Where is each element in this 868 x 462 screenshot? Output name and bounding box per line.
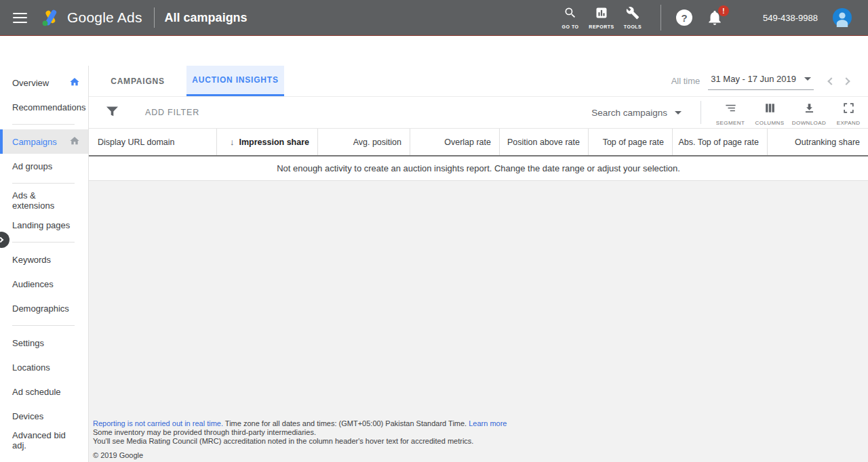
segment-button[interactable]: SEGMENT xyxy=(711,100,750,126)
segment-icon xyxy=(724,102,737,117)
sidebar-item-label: Ads & extensions xyxy=(12,190,80,211)
sidebar-item-ads-extensions[interactable]: Ads & extensions xyxy=(0,188,88,213)
reports-label: REPORTS xyxy=(589,24,614,29)
add-filter-button[interactable]: ADD FILTER xyxy=(145,108,199,117)
column-header-position-above-rate[interactable]: Position above rate xyxy=(499,129,588,155)
learn-more-link[interactable]: Learn more xyxy=(469,419,507,427)
sidebar-divider xyxy=(12,325,75,326)
sidebar-item-landing-pages[interactable]: Landing pages xyxy=(0,213,88,237)
column-label: Overlap rate xyxy=(444,138,491,147)
goto-label: GO TO xyxy=(562,24,579,29)
sidebar-item-label: Ad schedule xyxy=(12,387,61,397)
empty-state-message: Not enough activity to create an auction… xyxy=(89,156,868,181)
sidebar-item-overview[interactable]: Overview xyxy=(0,70,88,95)
goto-search-button[interactable]: GO TO xyxy=(555,6,586,29)
chevron-right-icon xyxy=(0,237,3,243)
bell-icon xyxy=(706,17,724,28)
sidebar-item-label: Demographics xyxy=(12,303,69,314)
columns-icon xyxy=(764,102,776,117)
navigation-sidebar: Overview Recommendations Campaigns Ad gr… xyxy=(0,66,89,462)
reporting-delay-link[interactable]: Reporting is not carried out in real tim… xyxy=(93,419,223,427)
sidebar-item-ad-schedule[interactable]: Ad schedule xyxy=(0,379,88,404)
notifications-button[interactable]: ! xyxy=(706,9,724,26)
expand-icon xyxy=(842,102,855,117)
search-icon xyxy=(564,6,577,22)
previous-period-button[interactable] xyxy=(827,77,835,85)
sidebar-item-ad-groups[interactable]: Ad groups xyxy=(0,154,88,178)
top-app-bar: Google Ads All campaigns GO TO REPORTS T… xyxy=(0,0,868,35)
menu-icon[interactable] xyxy=(13,13,27,23)
sidebar-divider xyxy=(12,124,75,125)
column-label: Top of page rate xyxy=(603,138,664,147)
tab-campaigns[interactable]: CAMPAIGNS xyxy=(89,66,186,96)
sidebar-item-label: Campaigns xyxy=(12,137,57,147)
sidebar-item-settings[interactable]: Settings xyxy=(0,331,88,355)
help-button[interactable]: ? xyxy=(676,9,692,26)
search-campaigns-dropdown[interactable]: Search campaigns xyxy=(591,108,682,118)
tab-bar: CAMPAIGNS AUCTION INSIGHTS All time 31 M… xyxy=(89,66,868,97)
sidebar-item-label: Locations xyxy=(12,362,50,373)
column-header-outranking-share[interactable]: Outranking share xyxy=(767,129,868,155)
sidebar-item-label: Settings xyxy=(12,338,44,348)
column-label: Outranking share xyxy=(795,138,860,147)
notification-badge: ! xyxy=(718,5,729,16)
page-title: All campaigns xyxy=(165,11,248,25)
footer-line-1: Reporting is not carried out in real tim… xyxy=(93,419,507,428)
sidebar-item-label: Ad groups xyxy=(12,161,52,171)
footer-line-3: You'll see Media Rating Council (MRC) ac… xyxy=(93,437,507,446)
tab-auction-insights[interactable]: AUCTION INSIGHTS xyxy=(186,66,284,96)
sidebar-item-demographics[interactable]: Demographics xyxy=(0,296,88,320)
column-header-display-url-domain[interactable]: Display URL domain xyxy=(89,129,216,155)
topbar-divider xyxy=(154,7,155,28)
account-phone-number: 549-438-9988 xyxy=(763,13,818,23)
subheader-spacer xyxy=(0,36,868,66)
expand-button[interactable]: EXPAND xyxy=(829,100,868,126)
download-button[interactable]: DOWNLOAD xyxy=(789,100,829,126)
sidebar-item-audiences[interactable]: Audiences xyxy=(0,272,88,296)
column-header-avg-position[interactable]: Avg. position xyxy=(317,129,410,155)
sort-descending-icon: ↓ xyxy=(230,137,235,147)
date-range-select[interactable]: 31 May - 17 Jun 2019 xyxy=(708,72,814,90)
filter-bar: ADD FILTER Search campaigns SEGMENT xyxy=(89,97,868,129)
expand-label: EXPAND xyxy=(837,120,861,126)
main-panel: CAMPAIGNS AUCTION INSIGHTS All time 31 M… xyxy=(89,66,868,462)
date-range-preset: All time xyxy=(671,76,701,86)
google-ads-logo-icon[interactable] xyxy=(41,7,61,28)
filter-funnel-icon[interactable] xyxy=(106,106,118,119)
toolbar-divider xyxy=(701,101,701,124)
download-icon xyxy=(803,102,816,117)
auction-insights-table-header: Display URL domain ↓ Impression share Av… xyxy=(89,129,868,156)
sidebar-item-label: Audiences xyxy=(12,279,54,289)
copyright: © 2019 Google xyxy=(93,451,507,460)
sidebar-divider xyxy=(12,183,75,184)
date-range-picker: All time 31 May - 17 Jun 2019 xyxy=(671,66,868,96)
column-header-impression-share[interactable]: ↓ Impression share xyxy=(216,129,317,155)
sidebar-item-devices[interactable]: Devices xyxy=(0,404,88,428)
sidebar-item-label: Recommendations xyxy=(12,102,85,112)
sidebar-item-keywords[interactable]: Keywords xyxy=(0,247,88,272)
home-icon xyxy=(69,77,80,89)
home-icon xyxy=(69,135,80,148)
column-header-abs-top-of-page-rate[interactable]: Abs. Top of page rate xyxy=(672,129,767,155)
sidebar-item-label: Overview xyxy=(12,78,49,88)
brand-name: Google Ads xyxy=(67,9,142,26)
column-header-top-of-page-rate[interactable]: Top of page rate xyxy=(588,129,672,155)
sidebar-item-campaigns[interactable]: Campaigns xyxy=(0,129,88,154)
timezone-text: Time zone for all dates and times: (GMT+… xyxy=(223,419,469,427)
topbar-divider xyxy=(660,5,661,30)
sidebar-item-advanced-bid-adj[interactable]: Advanced bid adj. xyxy=(0,428,88,453)
column-header-overlap-rate[interactable]: Overlap rate xyxy=(410,129,499,155)
avatar[interactable] xyxy=(833,8,852,27)
segment-label: SEGMENT xyxy=(716,120,745,126)
sidebar-item-label: Landing pages xyxy=(12,220,70,230)
columns-label: COLUMNS xyxy=(755,120,785,126)
reports-button[interactable]: REPORTS xyxy=(586,6,617,29)
footer: Reporting is not carried out in real tim… xyxy=(93,419,507,460)
sidebar-item-label: Advanced bid adj. xyxy=(12,430,80,450)
columns-button[interactable]: COLUMNS xyxy=(750,100,789,126)
sidebar-item-locations[interactable]: Locations xyxy=(0,355,88,379)
tools-button[interactable]: TOOLS xyxy=(617,6,648,29)
sidebar-item-recommendations[interactable]: Recommendations xyxy=(0,95,88,119)
column-label: Position above rate xyxy=(507,138,580,147)
next-period-button[interactable] xyxy=(842,77,850,85)
